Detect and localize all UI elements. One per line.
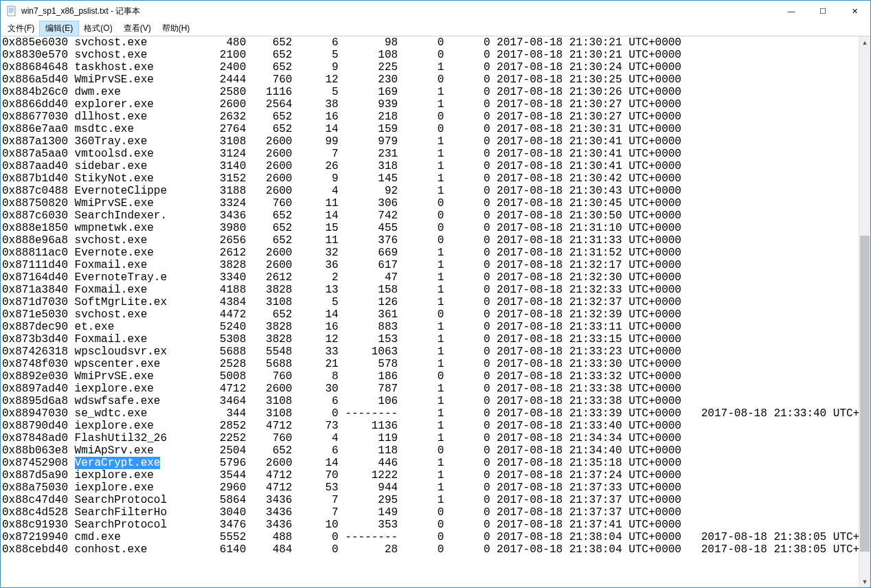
text-row: 0x87164d40 EvernoteTray.e 3340 2612 2 47… <box>2 271 859 284</box>
text-row: 0x88947030 se_wdtc.exe 344 3108 0 ------… <box>2 407 859 420</box>
titlebar[interactable]: win7_sp1_x86_pslist.txt - 记事本 — ☐ ✕ <box>1 1 870 21</box>
text-row: 0x8892e030 WmiPrvSE.exe 5008 760 8 186 0… <box>2 370 859 383</box>
close-button[interactable]: ✕ <box>839 1 870 21</box>
text-row: 0x871d7030 SoftMgrLite.ex 4384 3108 5 12… <box>2 296 859 308</box>
text-row: 0x886e7aa0 msdtc.exe 2764 652 14 159 0 0… <box>2 123 859 135</box>
window-title: win7_sp1_x86_pslist.txt - 记事本 <box>21 5 776 17</box>
text-row: 0x88750820 WmiPrvSE.exe 3324 760 11 306 … <box>2 197 859 210</box>
text-row: 0x87111d40 Foxmail.exe 3828 2600 36 617 … <box>2 259 859 271</box>
menu-edit[interactable]: 编辑(E) <box>40 21 78 36</box>
text-row: 0x887a1300 360Tray.exe 3108 2600 99 979 … <box>2 135 859 148</box>
content-wrap: 0x885e6030 svchost.exe 480 652 6 98 0 0 … <box>1 36 870 587</box>
text-row: 0x887dec90 et.exe 5240 3828 16 883 1 0 2… <box>2 321 859 333</box>
text-row: 0x884b26c0 dwm.exe 2580 1116 5 169 1 0 2… <box>2 86 859 98</box>
text-row: 0x886a5d40 WmiPrvSE.exe 2444 760 12 230 … <box>2 74 859 86</box>
text-row: 0x871a3840 Foxmail.exe 4188 3828 13 158 … <box>2 284 859 296</box>
menubar: 文件(F) 编辑(E) 格式(O) 查看(V) 帮助(H) <box>1 21 870 36</box>
notepad-icon <box>6 5 17 16</box>
selection: VeraCrypt.exe <box>75 457 161 469</box>
text-row: 0x871e5030 svchost.exe 4472 652 14 361 0… <box>2 308 859 321</box>
menu-format[interactable]: 格式(O) <box>78 21 117 36</box>
text-row: 0x88c47d40 SearchProtocol 5864 3436 7 29… <box>2 494 859 506</box>
menu-help[interactable]: 帮助(H) <box>157 21 196 36</box>
text-row: 0x8895d6a8 wdswfsafe.exe 3464 3108 6 106… <box>2 395 859 407</box>
menu-file[interactable]: 文件(F) <box>2 21 40 36</box>
text-row: 0x88cebd40 conhost.exe 6140 484 0 28 0 0… <box>2 543 859 556</box>
text-row: 0x8830e570 svchost.exe 2100 652 5 108 0 … <box>2 49 859 61</box>
vertical-scrollbar[interactable]: ▲ ▼ <box>859 36 870 587</box>
text-row: 0x88811ac0 Evernote.exe 2612 2600 32 669… <box>2 247 859 259</box>
notepad-window: win7_sp1_x86_pslist.txt - 记事本 — ☐ ✕ 文件(F… <box>0 0 871 588</box>
text-row: 0x8897ad40 iexplore.exe 4712 2600 30 787… <box>2 383 859 395</box>
text-row: 0x887b1d40 StikyNot.exe 3152 2600 9 145 … <box>2 172 859 185</box>
minimize-button[interactable]: — <box>776 1 807 21</box>
text-row: 0x887d5a90 iexplore.exe 3544 4712 70 122… <box>2 469 859 482</box>
text-row: 0x887c6030 SearchIndexer. 3436 652 14 74… <box>2 210 859 222</box>
text-row: 0x873b3d40 Foxmail.exe 5308 3828 12 153 … <box>2 333 859 346</box>
text-row: 0x88b063e8 WmiApSrv.exe 2504 652 6 118 0… <box>2 444 859 457</box>
text-area[interactable]: 0x885e6030 svchost.exe 480 652 6 98 0 0 … <box>1 36 859 587</box>
text-row: 0x888e96a8 svchost.exe 2656 652 11 376 0… <box>2 234 859 247</box>
text-row: 0x8748f030 wpscenter.exe 2528 5688 21 57… <box>2 358 859 370</box>
text-row: 0x887a5aa0 vmtoolsd.exe 3124 2600 7 231 … <box>2 148 859 160</box>
text-row: 0x88684648 taskhost.exe 2400 652 9 225 1… <box>2 61 859 74</box>
text-row: 0x88a75030 iexplore.exe 2960 4712 53 944… <box>2 482 859 494</box>
text-row: 0x87452908 VeraCrypt.exe 5796 2600 14 44… <box>2 457 859 469</box>
text-row: 0x888e1850 wmpnetwk.exe 3980 652 15 455 … <box>2 222 859 234</box>
maximize-button[interactable]: ☐ <box>807 1 839 21</box>
scroll-thumb[interactable] <box>860 236 870 552</box>
text-row: 0x88677030 dllhost.exe 2632 652 16 218 0… <box>2 111 859 123</box>
text-row: 0x88c4d528 SearchFilterHo 3040 3436 7 14… <box>2 506 859 519</box>
window-controls: — ☐ ✕ <box>776 1 870 21</box>
text-row: 0x87219940 cmd.exe 5552 488 0 -------- 0… <box>2 531 859 543</box>
scroll-down-icon[interactable]: ▼ <box>859 576 870 587</box>
text-row: 0x8866dd40 explorer.exe 2600 2564 38 939… <box>2 98 859 111</box>
text-row: 0x88790d40 iexplore.exe 2852 4712 73 113… <box>2 420 859 432</box>
text-row: 0x885e6030 svchost.exe 480 652 6 98 0 0 … <box>2 36 859 49</box>
scroll-up-icon[interactable]: ▲ <box>859 36 870 48</box>
text-row: 0x887aad40 sidebar.exe 3140 2600 26 318 … <box>2 160 859 172</box>
text-row: 0x87848ad0 FlashUtil32_26 2252 760 4 119… <box>2 432 859 444</box>
text-row: 0x88c91930 SearchProtocol 3476 3436 10 3… <box>2 519 859 531</box>
text-row: 0x87426318 wpscloudsvr.ex 5688 5548 33 1… <box>2 346 859 358</box>
text-row: 0x887c0488 EvernoteClippe 3188 2600 4 92… <box>2 185 859 197</box>
menu-view[interactable]: 查看(V) <box>118 21 157 36</box>
